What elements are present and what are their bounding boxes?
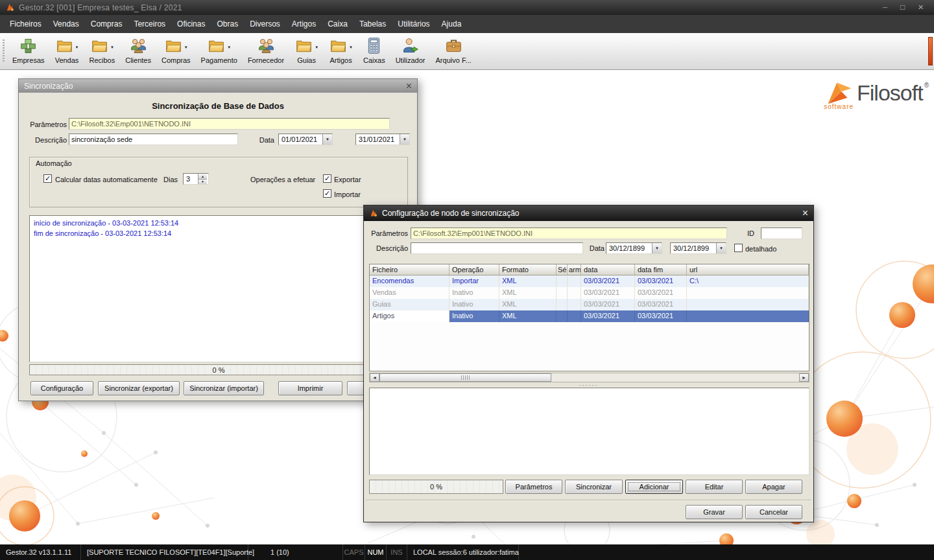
table-cell: 03/03/2021 [581,287,635,299]
menu-obras[interactable]: Obras [211,16,244,32]
toolbar-grip [3,40,5,63]
scroll-left-icon[interactable] [370,373,379,382]
table-cell [687,299,809,310]
menu-caixa[interactable]: Caixa [322,16,353,32]
date-to-select[interactable]: 31/01/2021 [355,134,410,145]
column-header[interactable]: Operação [449,264,499,275]
params-input[interactable] [69,118,390,130]
column-header[interactable]: Formato [499,264,557,275]
menu-tabelas[interactable]: Tabelas [353,16,392,32]
column-header[interactable]: arm [568,264,581,275]
import-label: Importar [334,190,361,199]
toolbar-clientes[interactable]: Clientes [120,33,156,69]
horizontal-scrollbar[interactable] [369,373,809,382]
detalhado-checkbox[interactable] [734,244,743,252]
configuracao-button[interactable]: Configuração [30,381,93,395]
toolbar-compras[interactable]: Compras [156,33,196,69]
table-row-selected[interactable]: Artigos Inativo XML 03/03/2021 03/03/202… [370,310,809,322]
sync-dialog-titlebar[interactable]: Sincronização [19,79,417,93]
sync-dialog-close-icon[interactable] [406,81,412,91]
sincronizar-importar-button[interactable]: Sincronizar (importar) [184,381,264,395]
logo-subtitle: software [824,103,854,110]
operations-label: Operações a efetuar [250,175,315,184]
column-header[interactable]: Sér [557,264,568,275]
chevron-down-icon[interactable] [652,243,662,253]
menu-terceiros[interactable]: Terceiros [128,16,171,32]
toolbar-artigos[interactable]: Artigos [324,33,358,69]
days-stepper[interactable]: 3 [183,173,209,185]
menu-utilitarios[interactable]: Utilitários [392,16,435,32]
apagar-button[interactable]: Apagar [745,480,802,494]
chevron-down-icon[interactable] [400,134,409,145]
dropdown-arrow-icon[interactable] [110,41,114,51]
detail-textarea[interactable] [369,388,809,475]
description-label: Descrição [369,244,408,253]
column-header[interactable]: data [581,264,635,275]
spin-down-icon[interactable] [198,180,207,185]
menu-ficheiros[interactable]: Ficheiros [4,16,47,32]
close-icon[interactable] [918,0,924,15]
table-row[interactable]: Guias Inativo XML 03/03/2021 03/03/2021 [370,299,809,310]
splitter-handle[interactable] [364,383,813,387]
menu-oficinas[interactable]: Oficinas [171,16,211,32]
dropdown-arrow-icon[interactable] [348,41,353,51]
auto-dates-checkbox[interactable] [43,174,52,183]
toolbar-guias[interactable]: Guias [289,33,324,69]
node-dialog-close-icon[interactable] [802,208,808,218]
companies-icon [19,36,38,55]
maximize-icon[interactable] [900,0,905,15]
column-header[interactable]: url [687,264,809,275]
sincronizar-button[interactable]: Sincronizar [565,480,623,494]
menu-vendas[interactable]: Vendas [47,16,85,32]
description-input[interactable] [69,134,238,145]
toolbar-vendas[interactable]: Vendas [50,33,84,69]
table-cell: 03/03/2021 [581,275,635,287]
params-input[interactable] [411,228,727,239]
dropdown-arrow-icon[interactable] [75,41,79,51]
toolbar-empresas[interactable]: Empresas [7,33,50,69]
node-dialog-titlebar[interactable]: Configuração de nodo de sincronização [364,205,813,221]
table-row[interactable]: Encomendas Importar XML 03/03/2021 03/03… [370,275,809,287]
date-from-select[interactable]: 01/01/2021 [278,134,333,145]
menu-ajuda[interactable]: Ajuda [436,16,468,32]
menu-artigos[interactable]: Artigos [286,16,322,32]
spin-up-icon[interactable] [198,174,207,180]
import-checkbox[interactable] [323,189,331,198]
toolbar-recibos[interactable]: Recibos [84,33,120,69]
table-cell: Importar [449,275,499,287]
scrollbar-thumb[interactable] [379,373,551,382]
date-from-value: 01/01/2021 [279,135,322,143]
parametros-button[interactable]: Parâmetros [505,480,562,494]
column-header[interactable]: Ficheiro [370,264,449,275]
chevron-down-icon[interactable] [716,243,726,253]
column-header[interactable]: data fim [635,264,687,275]
dropdown-arrow-icon[interactable] [314,41,318,51]
table-row[interactable]: Vendas Inativo XML 03/03/2021 03/03/2021 [370,287,809,299]
export-checkbox[interactable] [323,174,331,183]
toolbar-caixas[interactable]: Caixas [358,33,390,69]
node-config-dialog: Configuração de nodo de sincronização Pa… [363,205,814,522]
chevron-down-icon[interactable] [322,134,332,145]
gravar-button[interactable]: Gravar [686,505,743,519]
dropdown-arrow-icon[interactable] [184,41,188,51]
menu-compras[interactable]: Compras [85,16,128,32]
date-from-select[interactable]: 30/12/1899 [606,242,662,254]
sync-dialog-heading: Sincronização de Base de Dados [19,101,417,111]
imprimir-button[interactable]: Imprimir [278,381,342,395]
sincronizar-exportar-button[interactable]: Sincronizar (exportar) [98,381,180,395]
date-to-select[interactable]: 30/12/1899 [670,242,726,254]
dropdown-arrow-icon[interactable] [226,41,231,51]
toolbar-arquivo[interactable]: Arquivo F... [431,33,477,69]
logo-name: Filosoft [857,80,923,105]
toolbar-pagamento[interactable]: Pagamento [196,33,243,69]
id-input[interactable] [761,228,802,239]
description-input[interactable] [411,242,583,254]
cancelar-button[interactable]: Cancelar [745,505,802,519]
editar-button[interactable]: Editar [686,480,743,494]
toolbar-fornecedor[interactable]: Fornecedor [243,33,289,69]
adicionar-button[interactable]: Adicionar [625,480,683,494]
toolbar-utilizador[interactable]: Utilizador [390,33,431,69]
scroll-right-icon[interactable] [799,373,809,382]
menu-diversos[interactable]: Diversos [244,16,286,32]
minimize-icon[interactable] [883,0,887,15]
